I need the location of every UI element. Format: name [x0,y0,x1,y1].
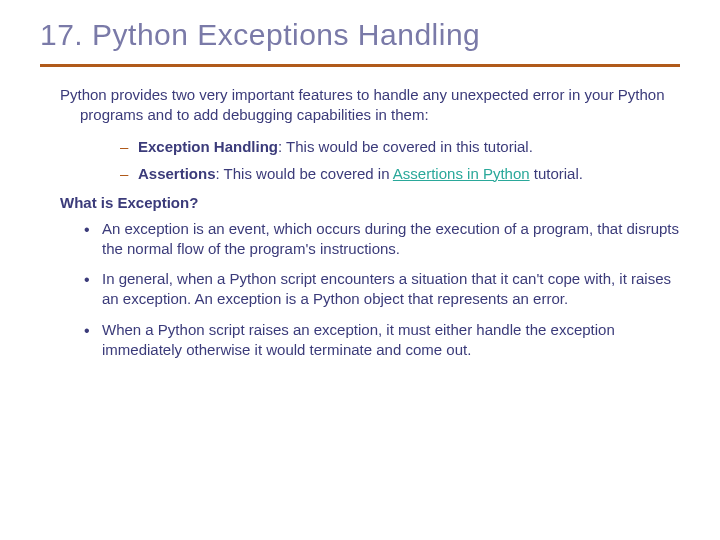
section-heading: What is Exception? [60,194,680,211]
list-item: An exception is an event, which occurs d… [80,219,680,260]
title-divider [40,64,680,67]
list-item: In general, when a Python script encount… [80,269,680,310]
sublist-item: Exception Handling: This would be covere… [120,136,680,157]
feature-sublist: Exception Handling: This would be covere… [120,136,680,184]
feature-desc-before: : This would be covered in [216,165,393,182]
slide-title: 17. Python Exceptions Handling [40,18,680,52]
list-item: When a Python script raises an exception… [80,320,680,361]
assertions-link[interactable]: Assertions in Python [393,165,530,182]
bullet-list: An exception is an event, which occurs d… [80,219,680,361]
feature-name: Exception Handling [138,138,278,155]
feature-desc-after: tutorial. [530,165,583,182]
feature-name: Assertions [138,165,216,182]
intro-paragraph: Python provides two very important featu… [60,85,680,126]
feature-desc: : This would be covered in this tutorial… [278,138,533,155]
sublist-item: Assertions: This would be covered in Ass… [120,163,680,184]
